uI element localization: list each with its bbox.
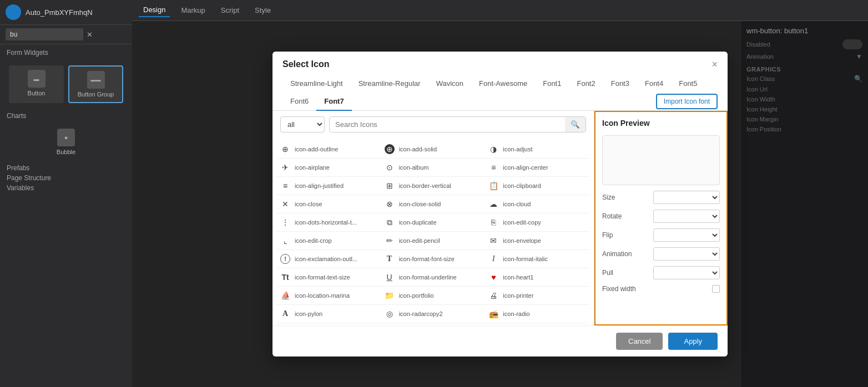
tab-font4[interactable]: Font4 bbox=[637, 75, 671, 93]
icon-cloud-sym: ☁ bbox=[488, 199, 498, 209]
icon-pylon-label: icon-pylon bbox=[295, 310, 322, 317]
icon-heart1-label: icon-heart1 bbox=[503, 274, 533, 281]
icon-location-marina[interactable]: ⛵ icon-location-marina bbox=[277, 287, 381, 304]
fixed-width-checkbox[interactable] bbox=[712, 285, 720, 293]
icon-border-vertical[interactable]: ⊞ icon-border-vertical bbox=[381, 177, 486, 195]
icon-close[interactable]: ✕ icon-close bbox=[277, 195, 381, 213]
modal-body: all 🔍 ⊕ icon-add-outline bbox=[272, 111, 728, 325]
icon-align-center[interactable]: ≡ icon-align-center bbox=[485, 159, 589, 176]
pull-select[interactable] bbox=[653, 266, 720, 279]
icon-list-panel: all 🔍 ⊕ icon-add-outline bbox=[272, 111, 594, 325]
icon-dots-horizontal-label: icon-dots-horizontal-t... bbox=[295, 219, 357, 226]
search-icons-button[interactable]: 🔍 bbox=[565, 117, 586, 132]
bubble-widget-area: ● Bubble bbox=[0, 124, 132, 160]
button-widget[interactable]: ▬ Button bbox=[9, 65, 64, 103]
button-group-widget[interactable]: ▬▬ Button Group bbox=[68, 65, 123, 103]
icon-format-underline[interactable]: U icon-format-underline bbox=[381, 268, 486, 286]
apply-button[interactable]: Apply bbox=[668, 333, 718, 350]
preview-box bbox=[602, 135, 720, 185]
icon-duplicate[interactable]: ⧉ icon-duplicate bbox=[381, 213, 486, 231]
tab-wavicon[interactable]: Wavicon bbox=[428, 75, 471, 93]
page-structure-label: Page Structure bbox=[7, 174, 125, 182]
tab-design[interactable]: Design bbox=[139, 3, 170, 17]
icon-exclamation[interactable]: ! icon-exclamation-outl... bbox=[277, 250, 381, 268]
icon-dots-horizontal[interactable]: ⋮ icon-dots-horizontal-t... bbox=[277, 213, 381, 231]
tab-font6[interactable]: Font6 bbox=[282, 93, 316, 111]
fixed-width-label: Fixed width bbox=[602, 285, 636, 293]
icon-pylon[interactable]: A icon-pylon bbox=[277, 305, 381, 323]
tab-font1[interactable]: Font1 bbox=[535, 75, 569, 93]
icon-close-solid[interactable]: ⊗ icon-close-solid bbox=[381, 195, 486, 213]
icon-format-italic-sym: I bbox=[488, 254, 498, 264]
icon-album-label: icon-album bbox=[399, 164, 429, 171]
icon-heart1[interactable]: ♥ icon-heart1 bbox=[485, 268, 589, 286]
tab-markup[interactable]: Markup bbox=[176, 4, 209, 17]
icon-edit-crop[interactable]: ⌞ icon-edit-crop bbox=[277, 232, 381, 249]
icon-border-vertical-label: icon-border-vertical bbox=[399, 182, 451, 189]
flip-row: Flip bbox=[602, 228, 720, 242]
button-widget-icon: ▬ bbox=[28, 70, 46, 88]
icon-radio-sym: 📻 bbox=[488, 309, 498, 319]
icon-portfolio[interactable]: 📁 icon-portfolio bbox=[381, 287, 486, 304]
icon-edit-pencil[interactable]: ✏ icon-edit-pencil bbox=[381, 232, 486, 249]
pull-row: Pull bbox=[602, 266, 720, 279]
icon-row: ≡ icon-align-justified ⊞ icon-border-ver… bbox=[277, 177, 589, 195]
icon-radarcopy2[interactable]: ◎ icon-radarcopy2 bbox=[381, 305, 486, 323]
icon-add-outline[interactable]: ⊕ icon-add-outline bbox=[277, 140, 381, 158]
icon-format-italic[interactable]: I icon-format-italic bbox=[485, 250, 589, 268]
icon-dots-horizontal-sym: ⋮ bbox=[280, 217, 290, 227]
icon-envelope[interactable]: ✉ icon-envelope bbox=[485, 232, 589, 249]
sidebar-search-input[interactable] bbox=[6, 28, 83, 40]
icon-row: ⛵ icon-location-marina 📁 icon-portfolio … bbox=[277, 287, 589, 305]
icon-clipboard-sym: 📋 bbox=[488, 181, 498, 191]
modal-overlay: Select Icon × Streamline-Light Streamlin… bbox=[132, 21, 868, 387]
size-select[interactable] bbox=[653, 191, 720, 204]
icon-align-justified[interactable]: ≡ icon-align-justified bbox=[277, 177, 381, 195]
tab-font-awesome[interactable]: Font-Awesome bbox=[471, 75, 535, 93]
tab-font7[interactable]: Font7 bbox=[316, 93, 351, 111]
icon-radio[interactable]: 📻 icon-radio bbox=[485, 305, 589, 323]
icon-add-solid[interactable]: ⊕ icon-add-solid bbox=[381, 140, 486, 158]
rotate-select[interactable] bbox=[653, 210, 720, 223]
icon-format-font-size[interactable]: T icon-format-font-size bbox=[381, 250, 486, 268]
tab-streamline-light[interactable]: Streamline-Light bbox=[282, 75, 351, 93]
icon-add-outline-sym: ⊕ bbox=[280, 144, 290, 154]
tab-font2[interactable]: Font2 bbox=[569, 75, 603, 93]
sidebar-search-clear-icon[interactable]: ✕ bbox=[87, 30, 93, 39]
flip-select[interactable] bbox=[653, 228, 720, 242]
icon-exclamation-sym: ! bbox=[280, 254, 290, 264]
search-icons-input[interactable] bbox=[330, 118, 565, 131]
icon-row: ✕ icon-close ⊗ icon-close-solid ☁ icon-c… bbox=[277, 195, 589, 213]
tab-font3[interactable]: Font3 bbox=[603, 75, 637, 93]
category-filter[interactable]: all bbox=[280, 116, 325, 133]
icon-edit-crop-label: icon-edit-crop bbox=[295, 237, 332, 244]
tab-font5[interactable]: Font5 bbox=[671, 75, 705, 93]
import-icon-font-button[interactable]: Import Icon font bbox=[656, 94, 718, 109]
select-icon-modal: Select Icon × Streamline-Light Streamlin… bbox=[272, 52, 728, 357]
animation-select[interactable] bbox=[653, 247, 720, 261]
modal-close-button[interactable]: × bbox=[711, 59, 718, 69]
tab-style[interactable]: Style bbox=[250, 4, 275, 17]
icon-cloud[interactable]: ☁ icon-cloud bbox=[485, 195, 589, 213]
icon-heart1-sym: ♥ bbox=[488, 272, 498, 282]
icon-row: Tt icon-format-text-size U icon-format-u… bbox=[277, 268, 589, 287]
icon-format-text-size[interactable]: Tt icon-format-text-size bbox=[277, 268, 381, 286]
app-name: Auto_PmbXYFmhqN bbox=[26, 8, 93, 17]
icon-format-italic-label: icon-format-italic bbox=[503, 256, 548, 262]
icon-border-vertical-sym: ⊞ bbox=[385, 181, 395, 191]
icon-format-text-size-label: icon-format-text-size bbox=[295, 274, 350, 281]
tab-script[interactable]: Script bbox=[216, 4, 244, 17]
icon-airplane[interactable]: ✈ icon-airplane bbox=[277, 159, 381, 176]
icon-album[interactable]: ⊙ icon-album bbox=[381, 159, 486, 176]
tab-streamline-regular[interactable]: Streamline-Regular bbox=[351, 75, 428, 93]
charts-label: Charts bbox=[0, 108, 132, 124]
icon-edit-copy[interactable]: ⎘ icon-edit-copy bbox=[485, 213, 589, 231]
cancel-button[interactable]: Cancel bbox=[616, 333, 663, 350]
icon-clipboard[interactable]: 📋 icon-clipboard bbox=[485, 177, 589, 195]
icon-close-solid-sym: ⊗ bbox=[385, 199, 395, 209]
icon-adjust[interactable]: ◑ icon-adjust bbox=[485, 140, 589, 158]
icon-format-font-size-sym: T bbox=[385, 254, 395, 264]
modal-footer: Cancel Apply bbox=[272, 325, 728, 357]
icon-printer[interactable]: 🖨 icon-printer bbox=[485, 287, 589, 304]
icon-add-solid-sym: ⊕ bbox=[385, 144, 395, 154]
